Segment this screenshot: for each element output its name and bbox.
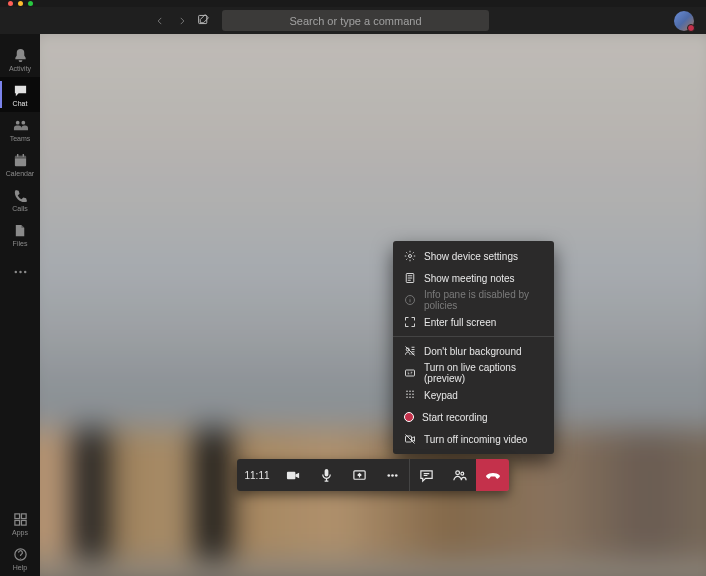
nav-forward-button[interactable] [177,12,187,30]
microphone-icon [319,468,334,483]
notes-icon [404,272,416,284]
rail-teams[interactable]: Teams [0,112,40,147]
record-icon [404,412,414,422]
menu-label: Turn on live captions (preview) [424,362,543,384]
show-participants-button[interactable] [443,459,476,491]
svg-point-24 [406,397,408,399]
menu-live-captions[interactable]: Turn on live captions (preview) [393,362,554,384]
blur-off-icon [404,345,416,357]
rail-label: Calendar [6,170,34,177]
svg-rect-28 [287,471,295,479]
svg-point-19 [409,391,411,393]
rail-label: Calls [12,205,28,212]
menu-incoming-video-off[interactable]: Turn off incoming video [393,428,554,450]
svg-point-23 [412,394,414,396]
menu-divider [393,336,554,337]
more-icon [385,468,400,483]
minimize-window-button[interactable] [18,1,23,6]
svg-point-21 [406,394,408,396]
rail-more-button[interactable] [13,252,28,286]
svg-rect-29 [325,468,329,476]
menu-label: Don't blur background [424,346,522,357]
share-icon [352,468,367,483]
window-chrome [0,0,706,7]
people-icon [452,468,467,483]
menu-label: Show device settings [424,251,518,262]
menu-label: Info pane is disabled by policies [424,289,543,311]
rail-help[interactable]: Help [0,541,40,576]
menu-blur-background[interactable]: Don't blur background [393,340,554,362]
rail-calendar[interactable]: Calendar [0,147,40,182]
share-screen-button[interactable] [343,459,376,491]
search-input[interactable]: Search or type a command [222,10,489,31]
more-actions-button[interactable] [376,459,409,491]
svg-point-34 [456,470,460,474]
menu-label: Enter full screen [424,317,496,328]
incoming-video-off-icon [404,433,416,445]
presence-badge [687,24,695,32]
maximize-window-button[interactable] [28,1,33,6]
menu-start-recording[interactable]: Start recording [393,406,554,428]
svg-rect-17 [406,370,415,376]
rail-label: Activity [9,65,31,72]
menu-label: Turn off incoming video [424,434,527,445]
app-rail: Activity Chat Teams Calendar Calls Files [0,34,40,576]
profile-avatar[interactable] [674,11,694,31]
svg-point-26 [412,397,414,399]
nav-back-button[interactable] [155,12,165,30]
menu-device-settings[interactable]: Show device settings [393,245,554,267]
gear-icon [404,250,416,262]
svg-point-31 [387,474,390,477]
show-conversation-button[interactable] [410,459,443,491]
svg-point-13 [409,255,412,258]
info-icon [404,294,416,306]
svg-rect-9 [21,513,26,518]
rail-label: Files [13,240,28,247]
svg-point-1 [15,120,19,124]
svg-rect-8 [14,513,19,518]
camera-icon [286,468,301,483]
call-duration: 11:11 [237,459,277,491]
call-stage: Show device settings Show meeting notes … [40,34,706,576]
rail-label: Teams [10,135,31,142]
mic-toggle-button[interactable] [310,459,343,491]
keypad-icon [404,389,416,401]
svg-point-20 [412,391,414,393]
close-window-button[interactable] [8,1,13,6]
fullscreen-icon [404,316,416,328]
rail-activity[interactable]: Activity [0,42,40,77]
menu-info-pane: Info pane is disabled by policies [393,289,554,311]
rail-label: Apps [12,529,28,536]
svg-rect-10 [14,520,19,525]
more-actions-menu: Show device settings Show meeting notes … [393,241,554,454]
menu-label: Start recording [422,412,488,423]
svg-point-25 [409,397,411,399]
search-placeholder: Search or type a command [289,15,421,27]
camera-toggle-button[interactable] [277,459,310,491]
rail-apps[interactable]: Apps [0,506,40,541]
menu-fullscreen[interactable]: Enter full screen [393,311,554,333]
svg-point-5 [14,271,16,273]
call-controls-bar: 11:11 [237,459,509,491]
titlebar: Search or type a command [0,7,706,34]
svg-point-6 [19,271,21,273]
svg-point-35 [461,472,464,475]
menu-meeting-notes[interactable]: Show meeting notes [393,267,554,289]
new-chat-button[interactable] [197,12,210,30]
rail-label: Help [13,564,27,571]
menu-label: Show meeting notes [424,273,515,284]
svg-point-7 [23,271,25,273]
svg-point-32 [391,474,394,477]
menu-label: Keypad [424,390,458,401]
menu-keypad[interactable]: Keypad [393,384,554,406]
svg-rect-11 [21,520,26,525]
chat-icon [419,468,434,483]
remote-video [40,34,706,576]
rail-chat[interactable]: Chat [0,77,40,112]
rail-files[interactable]: Files [0,217,40,252]
hang-up-button[interactable] [476,459,509,491]
svg-point-18 [406,391,408,393]
rail-calls[interactable]: Calls [0,182,40,217]
rail-label: Chat [13,100,28,107]
captions-icon [404,367,416,379]
